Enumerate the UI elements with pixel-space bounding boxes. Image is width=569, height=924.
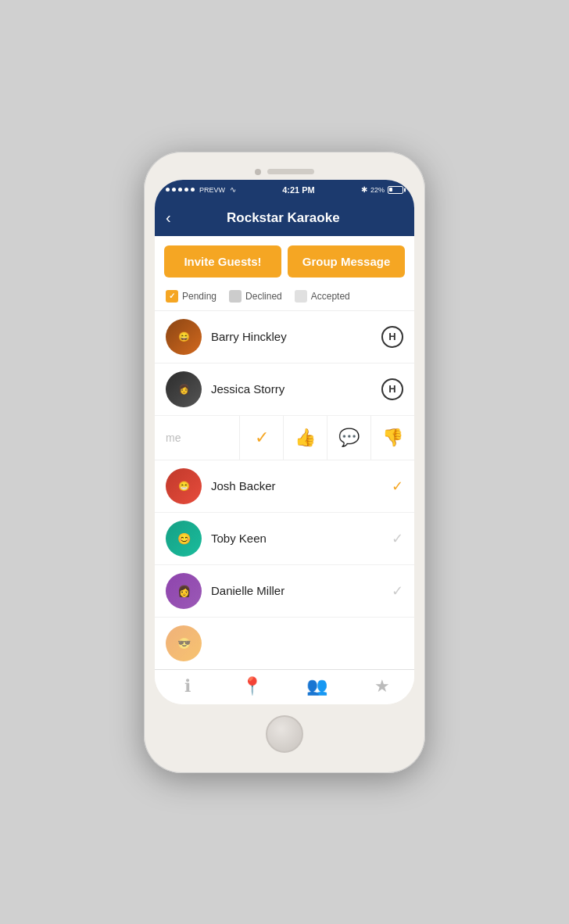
- message-action-button[interactable]: 💬: [327, 416, 370, 460]
- pending-checkbox: ✓: [166, 290, 178, 303]
- table-row[interactable]: 😊 Toby Keen ✓: [155, 513, 414, 565]
- avatar: 😄: [166, 319, 202, 355]
- swipe-actions: ✓ 👍 💬 👎: [239, 416, 414, 460]
- legend-row: ✓ Pending Declined Accepted: [155, 285, 414, 311]
- signal-dot-1: [166, 188, 170, 192]
- tab-info[interactable]: ℹ: [155, 676, 220, 697]
- table-row[interactable]: 😄 Barry Hinckley H: [155, 311, 414, 364]
- guest-name: Josh Backer: [211, 479, 392, 492]
- status-time: 4:21 PM: [282, 185, 315, 195]
- nav-bar: ‹ Rockstar Karaoke: [155, 200, 414, 236]
- host-badge: H: [381, 378, 403, 400]
- pending-checkmark: ✓: [392, 530, 403, 547]
- status-right: ✱ 22%: [361, 185, 403, 194]
- legend-declined: Declined: [229, 290, 282, 303]
- swipe-me-text: me: [166, 432, 181, 444]
- signal-dot-2: [172, 188, 176, 192]
- table-row-partial: 😎: [155, 618, 414, 669]
- guest-name: Toby Keen: [211, 532, 392, 545]
- thumbsdown-action-button[interactable]: 👎: [370, 416, 414, 460]
- avatar-image: 👩: [166, 573, 202, 609]
- tab-favorites[interactable]: ★: [349, 676, 414, 697]
- location-icon: 📍: [242, 676, 263, 697]
- table-row[interactable]: 👩 Jessica Storry H: [155, 364, 414, 416]
- phone-top-hardware: [155, 163, 414, 180]
- action-buttons-row: Invite Guests! Group Message: [155, 236, 414, 285]
- status-left: PREVW ∿: [166, 185, 236, 194]
- accepted-checkmark: ✓: [392, 478, 403, 495]
- guest-name: Danielle Miller: [211, 584, 392, 597]
- group-message-button[interactable]: Group Message: [288, 245, 405, 278]
- avatar-image: 😁: [166, 468, 202, 504]
- swipe-label: me: [155, 416, 239, 460]
- guest-name: Barry Hinckley: [211, 330, 381, 343]
- status-bar: PREVW ∿ 4:21 PM ✱ 22%: [155, 180, 414, 200]
- phone-frame: PREVW ∿ 4:21 PM ✱ 22% ‹ Rockstar Karaoke…: [144, 152, 425, 773]
- declined-checkbox: [229, 290, 242, 303]
- avatar: 😎: [166, 625, 202, 661]
- tab-location[interactable]: 📍: [220, 676, 284, 697]
- avatar: 😁: [166, 468, 202, 504]
- legend-pending: ✓ Pending: [166, 290, 217, 303]
- bluetooth-icon: ✱: [361, 185, 367, 194]
- battery-percentage: 22%: [370, 186, 385, 194]
- pending-label: Pending: [182, 291, 217, 302]
- declined-label: Declined: [245, 291, 282, 302]
- avatar-image: 😎: [166, 625, 202, 661]
- avatar-image: 😄: [166, 319, 202, 355]
- guests-icon: 👥: [306, 676, 327, 697]
- star-icon: ★: [374, 676, 390, 697]
- avatar: 👩: [166, 573, 202, 609]
- table-row[interactable]: 👩 Danielle Miller ✓: [155, 565, 414, 618]
- pending-check-icon: ✓: [169, 292, 175, 300]
- phone-bottom-hardware: [155, 704, 414, 762]
- accepted-label: Accepted: [311, 291, 350, 302]
- wifi-icon: ∿: [230, 185, 236, 194]
- guest-list: 😄 Barry Hinckley H 👩 Jessica Storry H me: [155, 311, 414, 669]
- front-camera: [255, 169, 261, 175]
- accept-action-button[interactable]: ✓: [239, 416, 283, 460]
- signal-dot-4: [184, 188, 188, 192]
- invite-guests-button[interactable]: Invite Guests!: [164, 245, 281, 278]
- avatar: 👩: [166, 371, 202, 407]
- back-button[interactable]: ‹: [166, 209, 171, 227]
- carrier-label: PREVW: [199, 186, 225, 194]
- avatar: 😊: [166, 521, 202, 557]
- accepted-checkbox: [295, 290, 307, 303]
- swipe-action-row: me ✓ 👍 💬 👎: [155, 416, 414, 460]
- pending-checkmark: ✓: [392, 582, 403, 600]
- thumbsup-action-button[interactable]: 👍: [283, 416, 327, 460]
- avatar-image: 😊: [166, 521, 202, 557]
- avatar-image: 👩: [166, 371, 202, 407]
- home-button[interactable]: [266, 715, 303, 753]
- signal-dot-3: [178, 188, 182, 192]
- info-icon: ℹ: [184, 676, 191, 697]
- phone-screen: PREVW ∿ 4:21 PM ✱ 22% ‹ Rockstar Karaoke…: [155, 180, 414, 704]
- battery-icon: [388, 186, 403, 194]
- legend-accepted: Accepted: [295, 290, 350, 303]
- guest-name: Jessica Storry: [211, 382, 381, 396]
- tab-guests[interactable]: 👥: [284, 676, 349, 697]
- tab-bar: ℹ 📍 👥 ★: [155, 669, 414, 704]
- table-row[interactable]: 😁 Josh Backer ✓: [155, 460, 414, 513]
- host-badge: H: [381, 326, 403, 348]
- battery-fill: [389, 188, 392, 192]
- signal-dot-5: [191, 188, 195, 192]
- earpiece-speaker: [267, 169, 314, 174]
- nav-title: Rockstar Karaoke: [179, 210, 388, 226]
